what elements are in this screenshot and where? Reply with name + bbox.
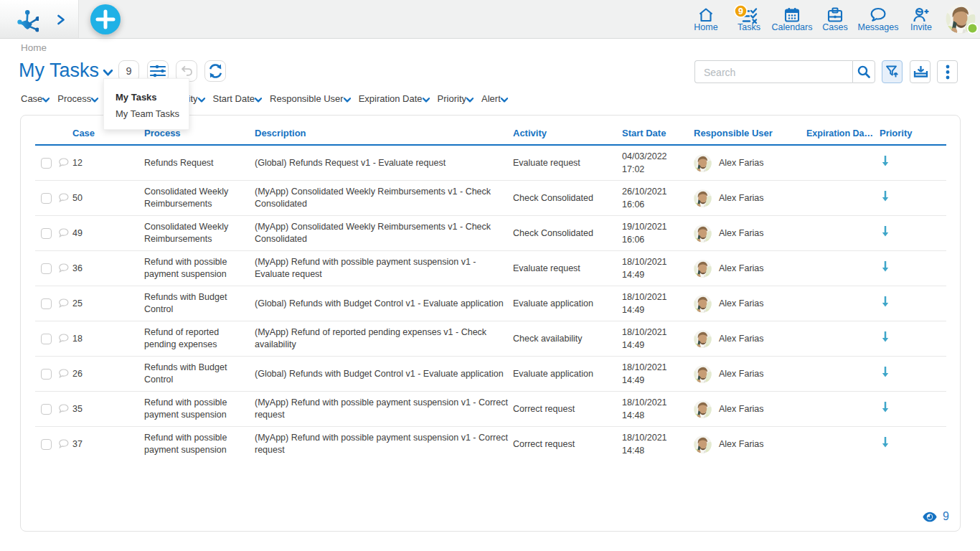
svg-text:9: 9 — [738, 6, 743, 17]
